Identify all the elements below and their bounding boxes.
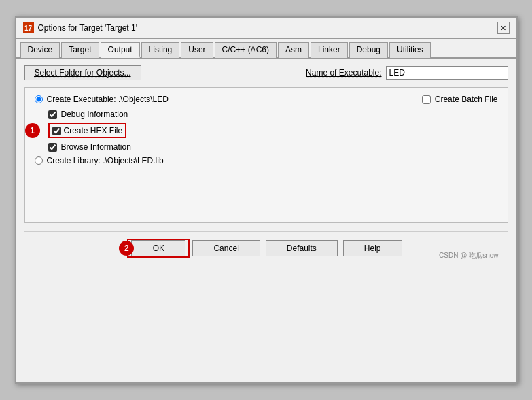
tab-linker[interactable]: Linker — [311, 42, 348, 58]
tab-target[interactable]: Target — [61, 42, 99, 58]
create-exe-radio[interactable] — [35, 95, 43, 103]
cancel-button[interactable]: Cancel — [192, 240, 260, 256]
tab-device[interactable]: Device — [20, 42, 60, 58]
select-folder-button[interactable]: Select Folder for Objects... — [24, 65, 141, 80]
app-icon: 17 — [23, 22, 34, 33]
tab-utilities[interactable]: Utilities — [389, 42, 431, 58]
window-title: Options for Target 'Target 1' — [38, 23, 137, 33]
content-area: Select Folder for Objects... Name of Exe… — [16, 59, 516, 270]
browse-info-label: Browse Information — [61, 142, 131, 152]
create-lib-radio[interactable] — [35, 156, 43, 165]
tab-ccplus[interactable]: C/C++ (AC6) — [215, 42, 277, 58]
browse-info-row: Browse Information — [35, 142, 498, 152]
debug-info-label: Debug Information — [61, 110, 128, 119]
tab-user[interactable]: User — [181, 42, 213, 58]
badge-2: 2 — [119, 241, 134, 256]
main-window: 17 Options for Target 'Target 1' ✕ Devic… — [15, 16, 518, 384]
tab-debug[interactable]: Debug — [349, 42, 388, 58]
create-batch-label: Create Batch File — [435, 95, 498, 104]
create-lib-row: Create Library: .\Objects\LED.lib — [35, 156, 498, 165]
options-box: Create Batch File Create Executable: .\O… — [24, 87, 508, 223]
tab-asm[interactable]: Asm — [278, 42, 309, 58]
hex-highlight: Create HEX File — [48, 123, 127, 138]
exe-name-input[interactable] — [386, 66, 508, 80]
create-batch-area: Create Batch File — [422, 95, 498, 104]
tab-output[interactable]: Output — [101, 42, 140, 58]
debug-info-row: Debug Information — [35, 110, 498, 119]
browse-info-checkbox[interactable] — [48, 143, 57, 152]
create-batch-checkbox[interactable] — [422, 95, 431, 104]
exe-name-label: Name of Executable: — [306, 68, 381, 78]
ok-highlight: 2 OK — [127, 239, 190, 258]
tab-bar: Device Target Output Listing User C/C++ … — [16, 39, 516, 59]
title-bar: 17 Options for Target 'Target 1' ✕ — [16, 18, 516, 39]
ok-button[interactable]: OK — [131, 240, 185, 256]
create-hex-row: 1 Create HEX File — [35, 123, 498, 138]
close-button[interactable]: ✕ — [497, 22, 510, 34]
defaults-button[interactable]: Defaults — [266, 240, 338, 256]
badge-1: 1 — [25, 123, 40, 138]
debug-info-checkbox[interactable] — [48, 110, 57, 119]
exe-name-row: Name of Executable: — [306, 66, 508, 80]
create-lib-label: Create Library: .\Objects\LED.lib — [47, 156, 164, 165]
tab-listing[interactable]: Listing — [141, 42, 180, 58]
help-button[interactable]: Help — [343, 240, 402, 256]
watermark: CSDN @ 吃瓜snow — [439, 251, 498, 261]
footer-row: 2 OK Cancel Defaults Help CSDN @ 吃瓜snow — [24, 231, 508, 263]
toolbar-row: Select Folder for Objects... Name of Exe… — [24, 65, 508, 80]
create-hex-checkbox[interactable] — [52, 127, 61, 135]
create-hex-label: Create HEX File — [64, 126, 123, 135]
create-exe-label: Create Executable: .\Objects\LED — [47, 95, 169, 104]
title-bar-left: 17 Options for Target 'Target 1' — [23, 22, 137, 33]
select-folder-label: Select Folder for Objects... — [35, 68, 131, 78]
